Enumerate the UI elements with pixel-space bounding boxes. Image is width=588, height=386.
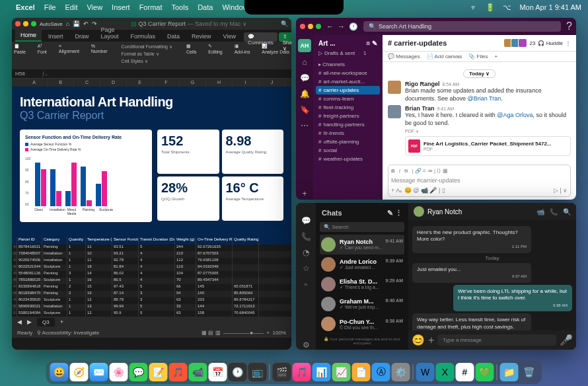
dock-appletv[interactable]: 🎬 <box>273 363 291 381</box>
close-button[interactable] <box>300 24 305 29</box>
dock-trash[interactable]: 🗑️ <box>520 363 538 381</box>
file-attachment[interactable]: PDF Fine Art Logistics_Carrier Packet_Sh… <box>405 136 571 156</box>
dock-pages[interactable]: 📄 <box>352 363 371 381</box>
chat-list-item[interactable]: Andre Lorico9:39 AM✓ Just emailed... <box>320 254 404 274</box>
message-composer[interactable]: B I S | 🔗 ≡ ≔ | ⟨⟩ ▦ Message #carrier-up… <box>388 165 571 197</box>
tab-view[interactable]: View <box>218 31 241 42</box>
search-icon[interactable]: 🔍 <box>563 208 571 215</box>
chat-header-name[interactable]: Ryan Notch <box>414 206 462 217</box>
table-row[interactable]: 515380194084Sculpture11295.956315870.684… <box>12 311 291 317</box>
dock-music2[interactable]: 🎵 <box>293 363 311 381</box>
datetime[interactable]: Mon Apr 1 9:41 AM <box>519 3 581 11</box>
dock-facetime[interactable]: 📹 <box>189 363 207 381</box>
more-icon[interactable]: ⋯ <box>299 121 310 132</box>
close-button[interactable] <box>15 21 20 26</box>
status-icon[interactable]: ◔ <box>303 248 309 257</box>
battery-icon[interactable]: 🔋 <box>486 3 495 12</box>
analyze-data[interactable]: 📊 <box>262 44 289 49</box>
menu-edit[interactable]: Edit <box>65 3 77 11</box>
menu-data[interactable]: Data <box>198 3 213 11</box>
qat-home-icon[interactable]: ⌂ <box>66 20 69 27</box>
qat-save-icon[interactable]: 💾 <box>73 20 80 27</box>
comments-button[interactable]: 💬 Comments <box>244 32 277 42</box>
dock-tv[interactable]: 📺 <box>248 363 267 381</box>
channel-item[interactable]: #ltr-trends <box>316 129 380 137</box>
channel-item[interactable]: #weather-updates <box>316 155 380 163</box>
tab-add[interactable]: + <box>494 54 497 59</box>
tab-files[interactable]: 📎 Files <box>468 54 488 59</box>
avatar[interactable] <box>388 81 401 94</box>
history-icon[interactable]: 🕐 <box>349 22 358 31</box>
channel-item[interactable]: #carrier-updates <box>316 86 380 95</box>
emoji-icon[interactable]: 😊 <box>412 334 425 346</box>
mic-icon[interactable]: 🎤 <box>560 334 573 346</box>
dock-music[interactable]: 🎵 <box>169 363 188 381</box>
number-group[interactable]: % <box>91 44 108 48</box>
minimize-button[interactable] <box>23 21 28 26</box>
table-row[interactable]: 488018398470Painting21987.1435414085.805… <box>12 291 291 297</box>
more-icon[interactable]: ⋮ <box>566 40 571 46</box>
tab-canvas[interactable]: 📄 Add canvas <box>427 54 462 59</box>
tab-page-layout[interactable]: Page Layout <box>96 24 124 42</box>
dock-appstore[interactable]: Ⓐ <box>372 363 390 381</box>
editing-group[interactable]: ✎ <box>208 44 222 49</box>
archive-icon[interactable]: ▫ <box>305 280 307 289</box>
dock-messages[interactable]: 💬 <box>129 363 148 381</box>
table-row[interactable]: 448022521344Sculpture11881.84411094.0192… <box>12 264 291 271</box>
tab-data[interactable]: Data <box>162 31 185 42</box>
later-icon[interactable]: 🔖 <box>299 105 310 116</box>
workspace-name[interactable]: Art ... <box>318 40 336 47</box>
conditional-formatting[interactable]: Conditional Formatting ∨ <box>120 44 174 50</box>
channel-item[interactable]: #comms-team <box>316 95 380 103</box>
dms-icon[interactable]: 💬 <box>299 73 310 84</box>
dock-numbers[interactable]: 📈 <box>332 363 351 381</box>
menu-tools[interactable]: Tools <box>171 3 188 11</box>
member-avatar[interactable] <box>518 38 527 48</box>
workspace-switcher[interactable]: AH <box>298 39 311 52</box>
dock-calendar[interactable]: 📅 <box>209 363 227 381</box>
activity-icon[interactable]: 🔔 <box>299 89 310 100</box>
menu-view[interactable]: View <box>87 3 102 11</box>
huddle-button[interactable]: 🎧 Huddle <box>538 40 563 46</box>
table-row[interactable]: 427384048507Installation11093.21421087.6… <box>12 251 291 258</box>
nav-back[interactable]: ← <box>326 22 334 31</box>
dock-settings[interactable]: ⚙️ <box>392 363 410 381</box>
dock-slack[interactable]: # <box>456 363 474 381</box>
tab-home[interactable]: Home <box>15 30 42 42</box>
minimize-button[interactable] <box>308 24 313 29</box>
qat-undo-icon[interactable]: ↶ <box>83 20 89 27</box>
settings-icon[interactable]: ⚙ <box>303 340 310 350</box>
dock-downloads[interactable]: 📁 <box>500 363 519 381</box>
chat-icon[interactable]: 💬 <box>301 216 311 225</box>
chat-list-item[interactable]: Po-Chun Y...8:38 AM© Did you see th... <box>320 314 404 334</box>
dock-clock[interactable]: 🕐 <box>229 363 247 381</box>
avatar[interactable] <box>388 105 401 118</box>
cell-styles[interactable]: Cell Styles ∨ <box>120 58 174 65</box>
tab-formulas[interactable]: Formulas <box>126 31 161 42</box>
dock-safari[interactable]: 🧭 <box>70 363 89 381</box>
menu-file[interactable]: File <box>44 3 56 11</box>
channel-item[interactable]: #fleet-tracking <box>316 103 380 112</box>
table-row[interactable]: 467851886525Sculpture11686.547089.454734… <box>12 278 291 284</box>
add-icon[interactable]: + <box>299 189 310 200</box>
chat-list-item[interactable]: Ryan Notch9:41 AM✓ Can you send m... <box>320 235 404 254</box>
drafts-sent[interactable]: ▷ Drafts & sent 1 <box>316 49 380 58</box>
autosave-toggle[interactable]: AutoSave <box>40 21 63 27</box>
dock-photos[interactable]: 🌸 <box>110 363 128 381</box>
next-sheet[interactable]: ▶ <box>27 319 32 325</box>
dock-keynote[interactable]: 📊 <box>312 363 331 381</box>
maximize-button[interactable] <box>316 24 321 29</box>
video-call-icon[interactable]: 📹 <box>536 208 544 215</box>
menu-insert[interactable]: Insert <box>112 3 130 11</box>
dock-mail[interactable]: ✉️ <box>90 363 108 381</box>
table-row[interactable]: 498023435820Sculpture11288.7836323389.87… <box>12 297 291 304</box>
home-icon[interactable]: ⌂ <box>299 58 310 68</box>
tab-insert[interactable]: Insert <box>43 31 69 42</box>
dock-excel[interactable]: X <box>436 363 455 381</box>
chat-search[interactable]: 🔍 Search <box>320 222 404 232</box>
dock-notes[interactable]: 📝 <box>149 363 168 381</box>
calls-icon[interactable]: 📞 <box>301 232 311 241</box>
channel-item[interactable]: #social <box>316 146 380 155</box>
share-button[interactable]: ⇧ Share ∨ <box>279 32 291 42</box>
menu-format[interactable]: Format <box>139 3 163 11</box>
